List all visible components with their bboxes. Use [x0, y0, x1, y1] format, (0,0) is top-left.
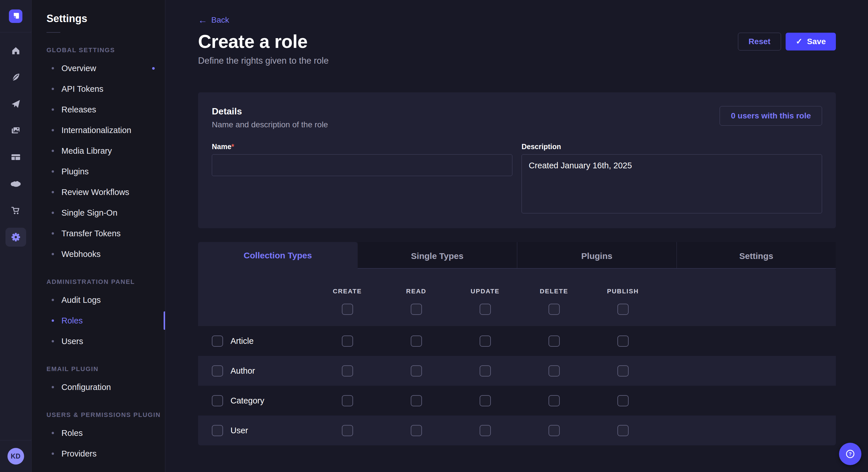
header-actions: Reset ✓ Save [738, 33, 836, 50]
row-select-checkbox[interactable] [212, 425, 223, 436]
sidebar-item-audit-logs[interactable]: Audit Logs [32, 290, 165, 310]
subnav-divider [46, 32, 60, 33]
sidebar-item-internationalization[interactable]: Internationalization [32, 120, 165, 140]
user-delete-checkbox[interactable] [549, 425, 560, 436]
home-icon[interactable] [5, 41, 26, 60]
bullet-icon [52, 67, 54, 69]
name-input[interactable] [212, 154, 513, 176]
description-label: Description [522, 142, 561, 150]
column-update: UPDATE [451, 280, 520, 315]
user-avatar[interactable]: KD [7, 448, 24, 465]
select-all-delete-checkbox[interactable] [549, 304, 560, 315]
details-fields: Name* Description Created January 16th, … [212, 142, 822, 214]
category-delete-checkbox[interactable] [549, 395, 560, 406]
category-read-checkbox[interactable] [411, 395, 422, 406]
rail-bottom: KD [0, 440, 31, 472]
bullet-icon [52, 129, 54, 131]
article-create-checkbox[interactable] [342, 336, 353, 347]
user-create-checkbox[interactable] [342, 425, 353, 436]
subnav-title: Settings [46, 12, 165, 25]
table-row-article: Article [198, 326, 836, 356]
deploy-paper-plane-icon[interactable] [5, 94, 26, 113]
icon-rail: KD [0, 0, 32, 472]
reset-button[interactable]: Reset [738, 33, 781, 50]
tab-collection-types[interactable]: Collection Types [198, 242, 358, 269]
page-title: Create a role [198, 31, 307, 52]
tab-bar: Collection Types Single Types Plugins Se… [198, 242, 836, 269]
help-button[interactable]: ? [839, 443, 861, 465]
content-type-builder-layout-icon[interactable] [5, 148, 26, 167]
sidebar-item-providers[interactable]: Providers [32, 443, 165, 464]
settings-gear-icon[interactable] [5, 228, 26, 247]
sidebar-item-single-sign-on[interactable]: Single Sign-On [32, 202, 165, 223]
main-content: ← Back Create a role Reset ✓ Save Define… [165, 0, 868, 472]
marketplace-cart-icon[interactable] [5, 201, 26, 220]
author-update-checkbox[interactable] [479, 365, 491, 376]
back-link[interactable]: ← Back [198, 15, 229, 25]
sidebar-item-webhooks[interactable]: Webhooks [32, 244, 165, 264]
row-select-checkbox[interactable] [212, 395, 223, 406]
article-update-checkbox[interactable] [479, 336, 491, 347]
row-select-checkbox[interactable] [212, 336, 223, 347]
details-subheading: Name and description of the role [212, 120, 328, 129]
user-publish-checkbox[interactable] [617, 425, 629, 436]
article-delete-checkbox[interactable] [549, 336, 560, 347]
sidebar-item-transfer-tokens[interactable]: Transfer Tokens [32, 223, 165, 244]
column-create: CREATE [313, 280, 382, 315]
description-textarea[interactable]: Created January 16th, 2025 [522, 154, 822, 213]
permissions-section: Collection Types Single Types Plugins Se… [198, 242, 836, 445]
select-all-create-checkbox[interactable] [342, 304, 353, 315]
author-read-checkbox[interactable] [411, 365, 422, 376]
sidebar-item-api-tokens[interactable]: API Tokens [32, 78, 165, 99]
sidebar-item-releases[interactable]: Releases [32, 99, 165, 120]
sidebar-item-review-workflows[interactable]: Review Workflows [32, 182, 165, 202]
select-all-update-checkbox[interactable] [479, 304, 491, 315]
select-all-read-checkbox[interactable] [411, 304, 422, 315]
media-library-pictures-icon[interactable] [5, 121, 26, 140]
users-with-role-button[interactable]: 0 users with this role [720, 106, 822, 126]
author-publish-checkbox[interactable] [617, 365, 629, 376]
strapi-logo[interactable] [9, 9, 22, 23]
back-arrow-icon: ← [198, 15, 207, 25]
description-field-group: Description Created January 16th, 2025 [522, 142, 822, 214]
bullet-icon [52, 88, 54, 90]
bullet-icon [52, 253, 54, 255]
category-publish-checkbox[interactable] [617, 395, 629, 406]
tab-plugins[interactable]: Plugins [517, 242, 677, 269]
article-read-checkbox[interactable] [411, 336, 422, 347]
tab-settings[interactable]: Settings [677, 242, 836, 269]
sidebar-item-overview[interactable]: Overview [32, 58, 165, 78]
bullet-icon [52, 212, 54, 214]
author-delete-checkbox[interactable] [549, 365, 560, 376]
user-read-checkbox[interactable] [411, 425, 422, 436]
name-label: Name* [212, 142, 234, 150]
sidebar-item-roles-up[interactable]: Roles [32, 423, 165, 443]
article-publish-checkbox[interactable] [617, 336, 629, 347]
category-update-checkbox[interactable] [479, 395, 491, 406]
bullet-icon [52, 299, 54, 301]
settings-subnav: Settings GLOBAL SETTINGS Overview API To… [32, 0, 165, 472]
category-create-checkbox[interactable] [342, 395, 353, 406]
active-indicator-bar [164, 311, 165, 330]
save-button[interactable]: ✓ Save [786, 33, 836, 50]
column-delete: DELETE [520, 280, 588, 315]
select-all-publish-checkbox[interactable] [617, 304, 629, 315]
cloud-icon[interactable] [5, 174, 26, 193]
required-asterisk: * [231, 142, 234, 150]
bullet-icon [52, 340, 54, 342]
author-create-checkbox[interactable] [342, 365, 353, 376]
sidebar-item-configuration[interactable]: Configuration [32, 377, 165, 398]
bullet-icon [52, 108, 54, 111]
bullet-icon [52, 150, 54, 152]
row-select-checkbox[interactable] [212, 365, 223, 376]
sidebar-item-roles-admin[interactable]: Roles [32, 310, 165, 331]
bullet-icon [52, 432, 54, 434]
content-manager-feather-icon[interactable] [5, 68, 26, 87]
sidebar-item-users[interactable]: Users [32, 331, 165, 351]
sidebar-item-plugins[interactable]: Plugins [32, 161, 165, 182]
sidebar-item-media-library[interactable]: Media Library [32, 140, 165, 161]
bullet-icon [52, 232, 54, 235]
question-mark-icon: ? [844, 448, 856, 460]
tab-single-types[interactable]: Single Types [358, 242, 517, 269]
user-update-checkbox[interactable] [479, 425, 491, 436]
